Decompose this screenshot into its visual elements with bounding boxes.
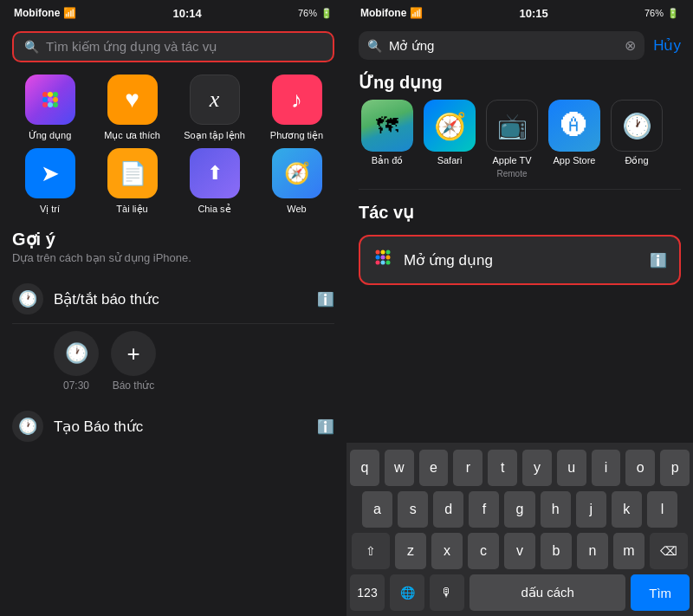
add-alarm-label: Báo thức <box>113 379 155 392</box>
right-search-bar[interactable]: 🔍 Mở ứng ⊗ <box>359 31 644 60</box>
key-q[interactable]: q <box>350 450 379 486</box>
media-icon: ♪ <box>272 75 322 125</box>
keyboard-row-2: a s d f g h j k l <box>350 491 690 528</box>
svg-point-14 <box>386 256 391 260</box>
open-app-action[interactable]: Mở ứng dụng ℹ️ <box>359 235 681 285</box>
shortcut-files[interactable]: 📄 Tài liệu <box>94 148 170 215</box>
mic-key[interactable]: 🎙 <box>430 574 464 611</box>
shortcuts-icon: x <box>190 75 240 125</box>
key-b[interactable]: b <box>541 533 572 569</box>
shortcut-media[interactable]: ♪ Phương tiện <box>259 75 334 141</box>
key-e[interactable]: e <box>419 450 449 486</box>
key-j[interactable]: j <box>576 491 606 528</box>
left-battery: 76% 🔋 <box>298 8 333 19</box>
left-search-bar[interactable]: 🔍 Tìm kiếm ứng dụng và tác vụ <box>12 31 334 62</box>
keyboard-row-1: q w e r t y u i o p <box>350 450 690 486</box>
share-icon: ⬆ <box>190 148 240 198</box>
app-clock[interactable]: 🕐 Đồng <box>608 100 665 178</box>
key-m[interactable]: m <box>613 533 644 569</box>
location-icon: ➤ <box>25 148 75 198</box>
app-tv-remote[interactable]: 📺 Apple TV Remote <box>483 100 541 178</box>
left-status-bar: Mobifone 📶 10:14 76% 🔋 <box>0 0 346 24</box>
left-panel: Mobifone 📶 10:14 76% 🔋 🔍 Tìm kiếm ứng dụ… <box>0 0 346 616</box>
delete-key[interactable]: ⌫ <box>650 533 688 569</box>
right-search-query: Mở ứng <box>389 38 434 54</box>
key-c[interactable]: c <box>468 533 499 569</box>
left-carrier: Mobifone 📶 <box>14 7 76 19</box>
key-p[interactable]: p <box>660 450 690 486</box>
key-t[interactable]: t <box>488 450 517 486</box>
app-safari[interactable]: 🧭 Safari <box>421 100 478 178</box>
space-key[interactable]: dấu cách <box>470 574 625 611</box>
key-l[interactable]: l <box>647 491 677 528</box>
key-w[interactable]: w <box>385 450 414 486</box>
search-icon: 🔍 <box>24 40 39 54</box>
shortcut-apps[interactable]: Ứng dụng <box>12 75 87 141</box>
keyboard[interactable]: q w e r t y u i o p a s d f g h j k l ⇧ … <box>346 443 693 616</box>
key-y[interactable]: y <box>522 450 552 486</box>
svg-point-17 <box>386 261 391 265</box>
key-v[interactable]: v <box>504 533 535 569</box>
key-d[interactable]: d <box>433 491 463 528</box>
shortcut-location[interactable]: ➤ Vị trí <box>12 148 87 215</box>
key-f[interactable]: f <box>469 491 499 528</box>
key-r[interactable]: r <box>453 450 483 486</box>
key-s[interactable]: s <box>398 491 428 528</box>
shortcut-favorites[interactable]: ♥ Mục ưa thích <box>94 75 170 141</box>
key-x[interactable]: x <box>431 533 463 569</box>
globe-key[interactable]: 🌐 <box>390 574 424 611</box>
alarm-clock-icon: 🕐 <box>12 283 43 314</box>
clock-app-label: Đồng <box>625 155 648 166</box>
create-alarm-info-icon[interactable]: ℹ️ <box>317 418 334 435</box>
location-label: Vị trí <box>40 204 60 215</box>
key-o[interactable]: o <box>625 450 655 486</box>
svg-point-3 <box>42 97 48 102</box>
svg-point-5 <box>53 97 58 102</box>
svg-point-16 <box>381 261 385 265</box>
right-time: 10:15 <box>520 7 548 20</box>
suggestions-title: Gợi ý <box>12 229 334 250</box>
svg-point-6 <box>42 102 48 107</box>
keyboard-row-3: ⇧ z x c v b n m ⌫ <box>350 533 690 569</box>
maps-label: Bản đồ <box>372 155 404 166</box>
clear-search-button[interactable]: ⊗ <box>625 37 636 54</box>
app-appstore[interactable]: 🅐 App Store <box>546 100 603 178</box>
safari-label: Safari <box>437 155 463 165</box>
numbers-key[interactable]: 123 <box>350 574 385 611</box>
apps-label: Ứng dụng <box>29 130 72 141</box>
keyboard-bottom-row: 123 🌐 🎙 dấu cách Tìm <box>350 574 690 613</box>
tasks-section: Tác vụ Mở ứng dụng <box>346 190 693 294</box>
clock-face: 🕐 <box>54 331 99 376</box>
cancel-search-button[interactable]: Hủy <box>653 36 681 55</box>
shift-key[interactable]: ⇧ <box>352 533 390 569</box>
clock-app-icon: 🕐 <box>611 100 663 152</box>
add-alarm-item[interactable]: + Báo thức <box>111 331 156 392</box>
toggle-alarm-info-icon[interactable]: ℹ️ <box>317 291 334 308</box>
key-h[interactable]: h <box>541 491 571 528</box>
web-label: Web <box>287 204 306 214</box>
key-a[interactable]: a <box>362 491 392 528</box>
tv-sublabel: Remote <box>496 169 527 178</box>
key-n[interactable]: n <box>577 533 608 569</box>
right-search-container: 🔍 Mở ứng ⊗ Hủy <box>346 24 693 67</box>
open-app-label: Mở ứng dụng <box>404 251 493 269</box>
toggle-alarm-item[interactable]: 🕐 Bật/tắt báo thức ℹ️ <box>12 275 334 324</box>
key-i[interactable]: i <box>592 450 621 486</box>
shortcut-shortcuts[interactable]: x Soạn tập lệnh <box>177 75 252 141</box>
app-maps[interactable]: 🗺 Bản đồ <box>359 100 416 178</box>
key-z[interactable]: z <box>395 533 426 569</box>
action-info-icon[interactable]: ℹ️ <box>650 252 667 269</box>
action-left: Mở ứng dụng <box>372 247 493 273</box>
key-k[interactable]: k <box>612 491 642 528</box>
key-g[interactable]: g <box>504 491 534 528</box>
clock-time-label: 07:30 <box>63 379 89 392</box>
alarm-clocks-row: 🕐 07:30 + Báo thức <box>12 324 334 395</box>
create-alarm-label: Tạo Báo thức <box>54 418 143 436</box>
create-alarm-item[interactable]: 🕐 Tạo Báo thức ℹ️ <box>12 400 334 445</box>
key-u[interactable]: u <box>557 450 586 486</box>
shortcut-web[interactable]: 🧭 Web <box>259 148 334 215</box>
clock-time-item[interactable]: 🕐 07:30 <box>54 331 99 392</box>
shortcut-share[interactable]: ⬆ Chia sẻ <box>177 148 252 215</box>
search-key[interactable]: Tìm <box>631 574 690 611</box>
appstore-app-icon: 🅐 <box>548 100 600 152</box>
